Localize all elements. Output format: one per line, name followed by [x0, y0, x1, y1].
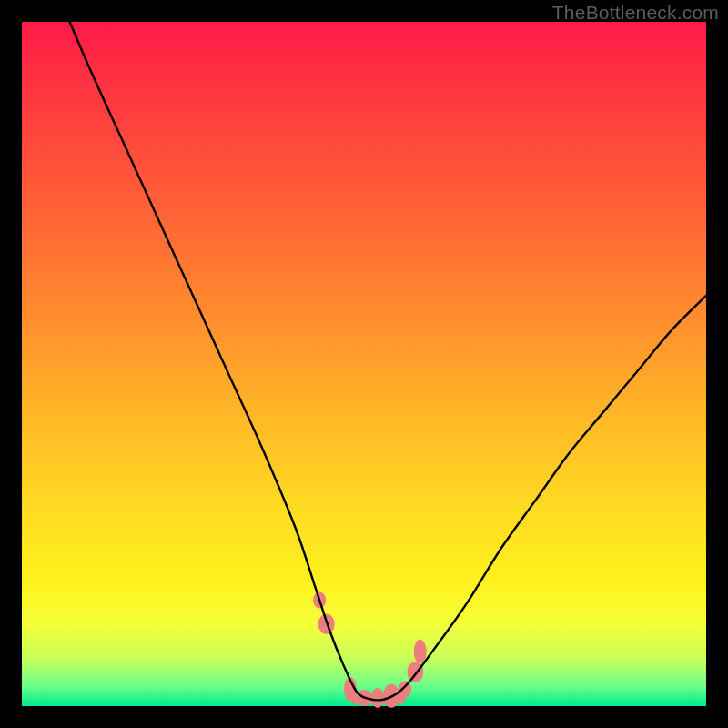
marker-point: [414, 640, 427, 663]
marker-group: [313, 592, 427, 708]
chart-frame: TheBottleneck.com: [0, 0, 728, 728]
plot-area: [22, 22, 706, 706]
marker-point: [407, 662, 423, 682]
bottleneck-curve: [70, 22, 706, 700]
watermark-text: TheBottleneck.com: [552, 2, 719, 24]
plot-svg: [22, 22, 706, 706]
